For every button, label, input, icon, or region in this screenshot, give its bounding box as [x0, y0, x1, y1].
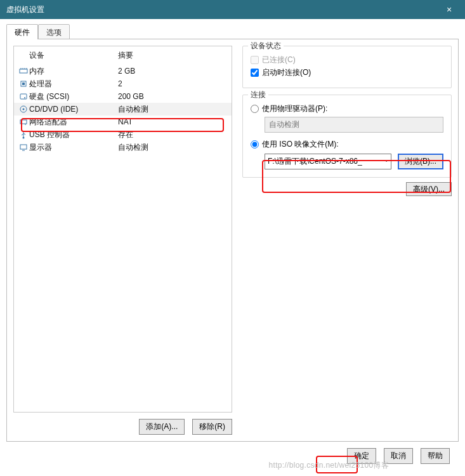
device-summary: 2 GB — [118, 67, 135, 76]
advanced-button[interactable]: 高级(V)... — [406, 182, 452, 196]
rad-physical-input[interactable] — [251, 105, 259, 113]
disk-icon — [18, 92, 29, 101]
network-icon — [18, 117, 29, 126]
device-list: 设备 摘要 内存 2 GB 处理器 2 硬盘 (SCSI) 200 GB — [13, 46, 232, 413]
browse-button[interactable]: 浏览(B)... — [398, 154, 443, 169]
device-name: USB 控制器 — [29, 129, 118, 140]
iso-row: F:\迅雷下载\CentOS-7-x86_ ⌄ 浏览(B)... — [265, 154, 443, 169]
device-name: 处理器 — [29, 79, 118, 89]
svg-rect-6 — [22, 83, 25, 85]
row-cddvd[interactable]: CD/DVD (IDE) 自动检测 — [14, 103, 232, 116]
device-name: 内存 — [29, 66, 118, 77]
ok-button[interactable]: 确定 — [347, 448, 376, 464]
group-connection: 连接 使用物理驱动器(P): 自动检测 使用 ISO 映像文件(M): F:\迅… — [242, 95, 452, 178]
advanced-row: 高级(V)... — [242, 184, 452, 195]
row-display[interactable]: 显示器 自动检测 — [14, 141, 232, 154]
device-name: 硬盘 (SCSI) — [29, 91, 118, 102]
chk-connect-start-input[interactable] — [251, 69, 259, 77]
content: 硬件 选项 设备 摘要 内存 2 GB 处理器 2 — [0, 19, 465, 476]
svg-point-14 — [23, 137, 25, 139]
right-column: 设备状态 已连接(C) 启动时连接(O) 连接 使用物理驱动器(P): 自动检测 — [242, 46, 452, 435]
device-summary: 自动检测 — [118, 142, 148, 153]
svg-rect-15 — [20, 145, 27, 149]
window-title: 虚拟机设置 — [6, 4, 44, 15]
close-icon[interactable]: × — [440, 4, 459, 15]
cpu-icon — [18, 79, 29, 88]
row-memory[interactable]: 内存 2 GB — [14, 65, 232, 77]
device-summary: 200 GB — [118, 92, 144, 101]
chk-connect-start[interactable]: 启动时连接(O) — [251, 67, 443, 78]
footer: 确定 取消 帮助 — [6, 442, 459, 470]
row-usb[interactable]: USB 控制器 存在 — [14, 128, 232, 141]
memory-icon — [18, 67, 29, 76]
chevron-down-icon[interactable]: ⌄ — [384, 156, 389, 163]
panel: 设备 摘要 内存 2 GB 处理器 2 硬盘 (SCSI) 200 GB — [6, 39, 459, 442]
chk-connected-input[interactable] — [251, 56, 259, 64]
tab-options[interactable]: 选项 — [38, 24, 70, 39]
display-icon — [18, 143, 29, 152]
device-summary: 2 — [118, 79, 122, 88]
device-name: CD/DVD (IDE) — [29, 105, 118, 114]
row-disk[interactable]: 硬盘 (SCSI) 200 GB — [14, 90, 232, 103]
help-button[interactable]: 帮助 — [421, 448, 450, 464]
group-status-title: 设备状态 — [248, 41, 284, 51]
device-summary: 存在 — [118, 129, 133, 140]
tab-hardware[interactable]: 硬件 — [6, 24, 38, 39]
chk-connected[interactable]: 已连接(C) — [251, 55, 443, 65]
cd-icon — [18, 105, 29, 114]
cancel-button[interactable]: 取消 — [384, 448, 413, 464]
rad-iso[interactable]: 使用 ISO 映像文件(M): — [251, 139, 443, 150]
tabs: 硬件 选项 — [6, 24, 459, 39]
device-name: 显示器 — [29, 142, 118, 153]
row-net[interactable]: 网络适配器 NAT — [14, 116, 232, 128]
group-status: 设备状态 已连接(C) 启动时连接(O) — [242, 46, 452, 88]
row-cpu[interactable]: 处理器 2 — [14, 77, 232, 90]
add-button[interactable]: 添加(A)... — [139, 419, 185, 435]
device-summary: NAT — [118, 117, 133, 126]
svg-rect-7 — [20, 94, 27, 99]
left-buttons: 添加(A)... 移除(R) — [13, 419, 232, 435]
remove-button[interactable]: 移除(R) — [192, 419, 232, 435]
physical-combo[interactable]: 自动检测 — [265, 117, 443, 133]
device-name: 网络适配器 — [29, 117, 118, 128]
device-summary: 自动检测 — [118, 104, 148, 115]
device-list-header: 设备 摘要 — [14, 46, 232, 65]
svg-point-8 — [24, 97, 25, 98]
left-column: 设备 摘要 内存 2 GB 处理器 2 硬盘 (SCSI) 200 GB — [13, 46, 232, 435]
iso-path-input[interactable]: F:\迅雷下载\CentOS-7-x86_ ⌄ — [265, 154, 391, 169]
rad-physical[interactable]: 使用物理驱动器(P): — [251, 103, 443, 114]
svg-point-10 — [23, 109, 25, 110]
rad-iso-input[interactable] — [251, 140, 259, 149]
svg-rect-11 — [20, 120, 27, 124]
svg-rect-0 — [20, 69, 27, 73]
group-connection-title: 连接 — [248, 89, 268, 100]
col-summary: 摘要 — [118, 50, 133, 61]
col-device: 设备 — [29, 50, 118, 61]
usb-icon — [18, 130, 29, 139]
titlebar: 虚拟机设置 × — [0, 0, 465, 19]
